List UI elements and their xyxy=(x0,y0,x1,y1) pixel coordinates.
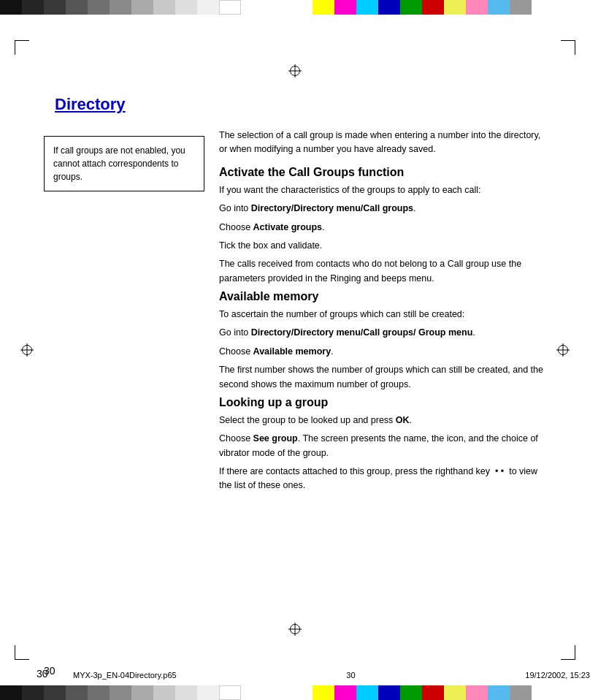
right-column: The selection of a call group is made wh… xyxy=(219,129,546,498)
section-2-para-4: The first number shows the number of gro… xyxy=(219,363,546,392)
corner-mark-br xyxy=(561,645,575,660)
footer-page-center: 30 xyxy=(346,671,355,680)
corner-mark-tr xyxy=(561,40,575,55)
section-1-para-2: Go into Directory/Directory menu/Call gr… xyxy=(219,202,546,216)
intro-text: The selection of a call group is made wh… xyxy=(219,129,546,157)
section-2-para-1: To ascertain the number of groups which … xyxy=(219,308,546,322)
section-available-memory: Available memory To ascertain the number… xyxy=(219,290,546,392)
section-1-para-3: Choose Activate groups. xyxy=(219,221,546,235)
section-2-para-3: Choose Available memory. xyxy=(219,345,546,359)
two-column-layout: If call groups are not enabled, you cann… xyxy=(44,129,546,498)
main-content: Directory If call groups are not enabled… xyxy=(44,95,546,656)
footer-date: 19/12/2002, 15:23 xyxy=(525,671,590,680)
section-2-heading: Available memory xyxy=(219,290,546,303)
section-1-para-4: Tick the box and validate. xyxy=(219,239,546,253)
section-3-para-2: Choose See group. The screen presents th… xyxy=(219,432,546,460)
color-bar-top xyxy=(0,0,590,15)
left-column: If call groups are not enabled, you cann… xyxy=(44,129,204,498)
corner-mark-tl xyxy=(15,40,29,55)
section-1-para-1: If you want the characteristics of the g… xyxy=(219,183,546,197)
section-looking-up-group: Looking up a group Select the group to b… xyxy=(219,396,546,493)
page-title: Directory xyxy=(55,95,546,114)
section-3-para-1: Select the group to be looked up and pre… xyxy=(219,414,546,427)
section-2-para-2: Go into Directory/Directory menu/Call gr… xyxy=(219,326,546,340)
section-activate-call-groups: Activate the Call Groups function If you… xyxy=(219,166,546,286)
section-1-heading: Activate the Call Groups function xyxy=(219,166,546,179)
section-1-para-5: The calls received from contacts who do … xyxy=(219,257,546,286)
note-box: If call groups are not enabled, you cann… xyxy=(44,136,204,191)
page-number-display: 30 xyxy=(44,665,55,677)
page-footer: 30 MYX-3p_EN-04Directory.p65 30 19/12/20… xyxy=(37,668,553,680)
color-bar-bottom xyxy=(0,685,590,700)
section-3-heading: Looking up a group xyxy=(219,396,546,409)
corner-mark-bl xyxy=(15,645,29,660)
note-text: If call groups are not enabled, you cann… xyxy=(53,145,185,182)
section-3-para-3: If there are contacts attached to this g… xyxy=(219,465,546,493)
footer-filename: MYX-3p_EN-04Directory.p65 xyxy=(73,671,177,680)
